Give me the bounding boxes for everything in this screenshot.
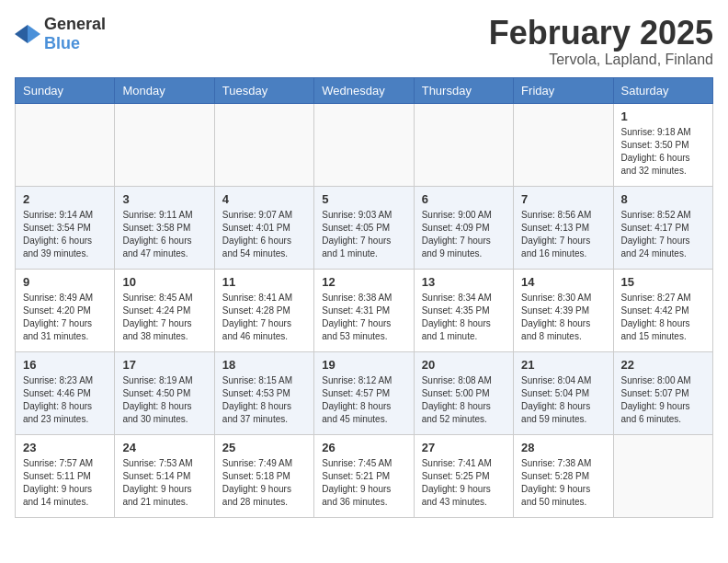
calendar-cell-5-5: 27Sunrise: 7:41 AM Sunset: 5:25 PM Dayli… xyxy=(414,434,513,517)
day-info: Sunrise: 8:08 AM Sunset: 5:00 PM Dayligh… xyxy=(422,374,506,426)
weekday-header-tuesday: Tuesday xyxy=(214,77,313,103)
day-info: Sunrise: 7:53 AM Sunset: 5:14 PM Dayligh… xyxy=(122,457,206,509)
calendar-cell-4-5: 20Sunrise: 8:08 AM Sunset: 5:00 PM Dayli… xyxy=(414,351,513,434)
day-info: Sunrise: 8:27 AM Sunset: 4:42 PM Dayligh… xyxy=(621,292,705,343)
day-info: Sunrise: 8:00 AM Sunset: 5:07 PM Dayligh… xyxy=(621,374,705,426)
logo: General Blue xyxy=(15,15,106,53)
calendar-cell-1-5 xyxy=(414,103,513,186)
day-number: 27 xyxy=(422,441,506,454)
calendar-cell-1-3 xyxy=(214,103,313,186)
day-number: 15 xyxy=(621,275,705,289)
day-number: 2 xyxy=(23,192,107,206)
day-info: Sunrise: 9:07 AM Sunset: 4:01 PM Dayligh… xyxy=(222,209,306,260)
day-info: Sunrise: 9:18 AM Sunset: 3:50 PM Dayligh… xyxy=(621,126,705,178)
weekday-header-thursday: Thursday xyxy=(414,77,513,103)
weekday-header-wednesday: Wednesday xyxy=(314,77,414,103)
day-number: 3 xyxy=(122,192,206,206)
day-info: Sunrise: 8:56 AM Sunset: 4:13 PM Dayligh… xyxy=(521,209,605,260)
calendar-cell-4-7: 22Sunrise: 8:00 AM Sunset: 5:07 PM Dayli… xyxy=(613,351,712,434)
title-area: February 2025 Tervola, Lapland, Finland xyxy=(489,15,713,68)
day-number: 22 xyxy=(621,358,705,372)
calendar-cell-3-2: 10Sunrise: 8:45 AM Sunset: 4:24 PM Dayli… xyxy=(115,269,214,351)
calendar-cell-2-4: 5Sunrise: 9:03 AM Sunset: 4:05 PM Daylig… xyxy=(314,186,414,269)
month-title: February 2025 xyxy=(489,15,713,52)
calendar-cell-1-2 xyxy=(115,103,214,186)
calendar-cell-2-6: 7Sunrise: 8:56 AM Sunset: 4:13 PM Daylig… xyxy=(514,186,613,269)
day-info: Sunrise: 9:14 AM Sunset: 3:54 PM Dayligh… xyxy=(23,209,107,260)
calendar-cell-2-1: 2Sunrise: 9:14 AM Sunset: 3:54 PM Daylig… xyxy=(16,186,115,269)
day-info: Sunrise: 7:57 AM Sunset: 5:11 PM Dayligh… xyxy=(23,457,107,509)
day-info: Sunrise: 9:03 AM Sunset: 4:05 PM Dayligh… xyxy=(322,209,405,260)
logo-blue-text: Blue xyxy=(44,34,80,52)
weekday-header-sunday: Sunday xyxy=(16,77,115,103)
day-info: Sunrise: 8:41 AM Sunset: 4:28 PM Dayligh… xyxy=(222,292,306,343)
day-info: Sunrise: 8:30 AM Sunset: 4:39 PM Dayligh… xyxy=(521,292,605,343)
day-number: 14 xyxy=(521,275,605,289)
calendar-cell-4-2: 17Sunrise: 8:19 AM Sunset: 4:50 PM Dayli… xyxy=(115,351,214,434)
day-info: Sunrise: 7:49 AM Sunset: 5:18 PM Dayligh… xyxy=(222,457,306,509)
day-number: 6 xyxy=(422,192,506,206)
calendar-cell-1-6 xyxy=(514,103,613,186)
day-number: 9 xyxy=(23,275,107,289)
calendar-cell-5-6: 28Sunrise: 7:38 AM Sunset: 5:28 PM Dayli… xyxy=(514,434,613,517)
day-number: 24 xyxy=(122,441,206,454)
day-number: 7 xyxy=(521,192,605,206)
calendar-cell-4-4: 19Sunrise: 8:12 AM Sunset: 4:57 PM Dayli… xyxy=(314,351,414,434)
calendar-cell-2-5: 6Sunrise: 9:00 AM Sunset: 4:09 PM Daylig… xyxy=(414,186,513,269)
calendar-cell-3-7: 15Sunrise: 8:27 AM Sunset: 4:42 PM Dayli… xyxy=(613,269,712,351)
day-number: 12 xyxy=(322,275,405,289)
day-info: Sunrise: 8:38 AM Sunset: 4:31 PM Dayligh… xyxy=(322,292,405,343)
day-info: Sunrise: 7:38 AM Sunset: 5:28 PM Dayligh… xyxy=(521,457,605,509)
page-header: General Blue February 2025 Tervola, Lapl… xyxy=(15,15,713,68)
calendar-cell-5-3: 25Sunrise: 7:49 AM Sunset: 5:18 PM Dayli… xyxy=(214,434,313,517)
day-info: Sunrise: 7:45 AM Sunset: 5:21 PM Dayligh… xyxy=(322,457,405,509)
day-number: 4 xyxy=(222,192,306,206)
day-info: Sunrise: 8:15 AM Sunset: 4:53 PM Dayligh… xyxy=(222,374,306,426)
day-number: 23 xyxy=(23,441,107,454)
day-number: 8 xyxy=(621,192,705,206)
calendar-cell-5-7 xyxy=(613,434,712,517)
day-number: 16 xyxy=(23,358,107,372)
calendar-table: SundayMondayTuesdayWednesdayThursdayFrid… xyxy=(15,77,713,518)
weekday-header-monday: Monday xyxy=(115,77,214,103)
day-info: Sunrise: 7:41 AM Sunset: 5:25 PM Dayligh… xyxy=(422,457,506,509)
calendar-cell-2-7: 8Sunrise: 8:52 AM Sunset: 4:17 PM Daylig… xyxy=(613,186,712,269)
day-number: 13 xyxy=(422,275,506,289)
calendar-cell-3-6: 14Sunrise: 8:30 AM Sunset: 4:39 PM Dayli… xyxy=(514,269,613,351)
logo-icon xyxy=(15,23,40,45)
day-info: Sunrise: 9:11 AM Sunset: 3:58 PM Dayligh… xyxy=(122,209,206,260)
day-number: 5 xyxy=(322,192,405,206)
day-number: 28 xyxy=(521,441,605,454)
calendar-cell-3-1: 9Sunrise: 8:49 AM Sunset: 4:20 PM Daylig… xyxy=(16,269,115,351)
calendar-cell-1-4 xyxy=(314,103,414,186)
day-info: Sunrise: 8:34 AM Sunset: 4:35 PM Dayligh… xyxy=(422,292,506,343)
calendar-cell-3-3: 11Sunrise: 8:41 AM Sunset: 4:28 PM Dayli… xyxy=(214,269,313,351)
day-info: Sunrise: 8:04 AM Sunset: 5:04 PM Dayligh… xyxy=(521,374,605,426)
day-info: Sunrise: 8:12 AM Sunset: 4:57 PM Dayligh… xyxy=(322,374,405,426)
calendar-cell-2-2: 3Sunrise: 9:11 AM Sunset: 3:58 PM Daylig… xyxy=(115,186,214,269)
day-info: Sunrise: 8:52 AM Sunset: 4:17 PM Dayligh… xyxy=(621,209,705,260)
day-info: Sunrise: 8:45 AM Sunset: 4:24 PM Dayligh… xyxy=(122,292,206,343)
calendar-cell-4-6: 21Sunrise: 8:04 AM Sunset: 5:04 PM Dayli… xyxy=(514,351,613,434)
calendar-cell-3-5: 13Sunrise: 8:34 AM Sunset: 4:35 PM Dayli… xyxy=(414,269,513,351)
calendar-cell-5-4: 26Sunrise: 7:45 AM Sunset: 5:21 PM Dayli… xyxy=(314,434,414,517)
day-number: 11 xyxy=(222,275,306,289)
weekday-header-saturday: Saturday xyxy=(613,77,712,103)
calendar-cell-3-4: 12Sunrise: 8:38 AM Sunset: 4:31 PM Dayli… xyxy=(314,269,414,351)
day-info: Sunrise: 8:23 AM Sunset: 4:46 PM Dayligh… xyxy=(23,374,107,426)
day-number: 18 xyxy=(222,358,306,372)
calendar-cell-4-1: 16Sunrise: 8:23 AM Sunset: 4:46 PM Dayli… xyxy=(16,351,115,434)
calendar-cell-2-3: 4Sunrise: 9:07 AM Sunset: 4:01 PM Daylig… xyxy=(214,186,313,269)
location-title: Tervola, Lapland, Finland xyxy=(489,52,713,68)
calendar-cell-5-2: 24Sunrise: 7:53 AM Sunset: 5:14 PM Dayli… xyxy=(115,434,214,517)
day-number: 25 xyxy=(222,441,306,454)
calendar-cell-4-3: 18Sunrise: 8:15 AM Sunset: 4:53 PM Dayli… xyxy=(214,351,313,434)
day-number: 20 xyxy=(422,358,506,372)
calendar-cell-1-1 xyxy=(16,103,115,186)
calendar-cell-1-7: 1Sunrise: 9:18 AM Sunset: 3:50 PM Daylig… xyxy=(613,103,712,186)
logo-general-text: General xyxy=(44,15,106,33)
day-number: 26 xyxy=(322,441,405,454)
day-info: Sunrise: 8:19 AM Sunset: 4:50 PM Dayligh… xyxy=(122,374,206,426)
day-number: 17 xyxy=(122,358,206,372)
day-number: 1 xyxy=(621,109,705,123)
